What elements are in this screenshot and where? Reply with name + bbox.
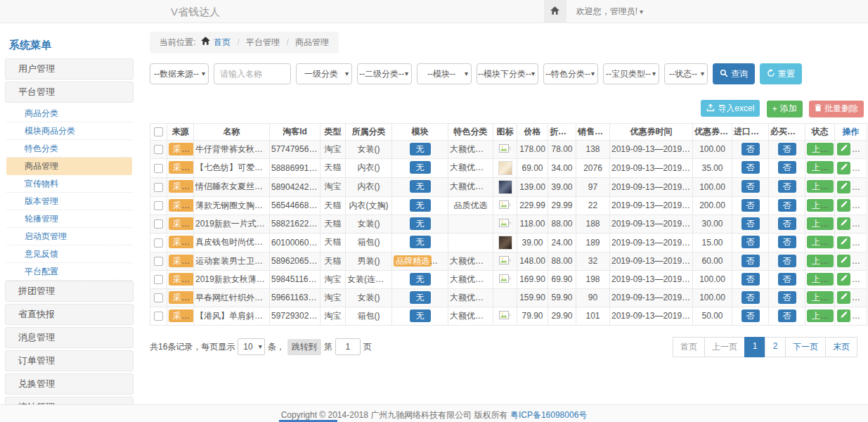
row-checkbox[interactable] <box>154 164 163 173</box>
sidebar-item-7[interactable]: 版本管理 <box>6 193 132 210</box>
pager-button-3[interactable]: 2 <box>765 337 786 357</box>
filter-select-5[interactable]: --模块下分类--▾ <box>477 63 538 84</box>
edit-button[interactable] <box>837 143 850 155</box>
pager-button-4[interactable]: 下一页 <box>785 337 826 357</box>
status-button[interactable]: 上架 <box>807 180 834 193</box>
pager-button-5[interactable]: 末页 <box>825 337 857 357</box>
import-excel-button[interactable]: 导入excel <box>701 100 760 117</box>
row-checkbox[interactable] <box>154 201 163 210</box>
edit-button[interactable] <box>837 255 850 267</box>
sidebar-item-12[interactable]: 拼团管理 <box>5 281 134 302</box>
filter-select-6[interactable]: --特色分类--▾ <box>543 63 598 84</box>
module-none-badge[interactable]: 无 <box>410 161 431 174</box>
jump-page-input[interactable] <box>335 338 361 355</box>
must-buy-toggle[interactable]: 否 <box>778 309 796 322</box>
import-pick-toggle[interactable]: 否 <box>741 291 760 304</box>
sidebar-item-13[interactable]: 省直快报 <box>5 304 134 325</box>
must-buy-toggle[interactable]: 否 <box>778 236 796 248</box>
edit-button[interactable] <box>837 162 850 174</box>
status-button[interactable]: 上架 <box>807 217 834 230</box>
filter-select-3[interactable]: --二级分类--▾ <box>357 63 412 84</box>
status-button[interactable]: 上架 <box>807 199 834 212</box>
module-none-badge[interactable]: 无 <box>410 309 431 322</box>
row-checkbox[interactable] <box>154 293 163 302</box>
row-checkbox[interactable] <box>154 275 163 284</box>
sidebar-item-9[interactable]: 启动页管理 <box>6 228 132 245</box>
filter-select-4[interactable]: --模块--▾ <box>417 63 472 84</box>
user-menu[interactable]: 欢迎您，管理员!▾ <box>576 6 643 18</box>
filter-select-8[interactable]: --状态--▾ <box>664 63 708 84</box>
import-pick-toggle[interactable]: 否 <box>741 180 760 193</box>
must-buy-toggle[interactable]: 否 <box>778 180 796 193</box>
module-none-badge[interactable]: 无 <box>410 143 431 155</box>
status-button[interactable]: 上架 <box>807 255 834 267</box>
sidebar-item-15[interactable]: 订单管理 <box>5 350 134 371</box>
edit-button[interactable] <box>837 309 850 322</box>
name-search-input[interactable] <box>214 63 291 84</box>
filter-select-2[interactable]: 一级分类▾ <box>296 63 352 84</box>
row-checkbox[interactable] <box>154 219 163 229</box>
module-none-badge[interactable]: 无 <box>410 199 431 212</box>
import-pick-toggle[interactable]: 否 <box>741 273 760 286</box>
module-none-badge[interactable]: 无 <box>410 273 431 286</box>
import-pick-toggle[interactable]: 否 <box>741 199 760 212</box>
sidebar-item-5[interactable]: 商品管理 <box>6 158 132 175</box>
must-buy-toggle[interactable]: 否 <box>778 273 796 286</box>
select-all-checkbox[interactable] <box>154 127 163 136</box>
home-button[interactable] <box>544 0 566 23</box>
must-buy-toggle[interactable]: 否 <box>778 161 796 174</box>
query-button[interactable]: 查询 <box>713 63 755 84</box>
edit-button[interactable] <box>837 236 850 249</box>
module-none-badge[interactable]: 无 <box>410 291 431 304</box>
status-button[interactable]: 上架 <box>807 236 834 248</box>
add-button[interactable]: +添加 <box>767 101 803 117</box>
sidebar-item-3[interactable]: 模块商品分类 <box>6 122 132 140</box>
edit-button[interactable] <box>837 199 850 212</box>
batch-delete-button[interactable]: 批量删除 <box>809 101 864 117</box>
row-checkbox[interactable] <box>154 145 163 154</box>
import-pick-toggle[interactable]: 否 <box>741 255 760 267</box>
sidebar-item-14[interactable]: 消息管理 <box>5 327 134 348</box>
edit-button[interactable] <box>837 273 850 286</box>
reset-button[interactable]: 重置 <box>760 63 802 84</box>
sidebar-item-11[interactable]: 平台配置 <box>6 263 132 281</box>
sidebar-item-10[interactable]: 意见反馈 <box>6 245 132 263</box>
breadcrumb-home-link[interactable]: 首页 <box>214 37 231 47</box>
row-checkbox[interactable] <box>154 183 163 192</box>
row-checkbox[interactable] <box>154 238 163 248</box>
import-pick-toggle[interactable]: 否 <box>741 143 760 155</box>
row-checkbox[interactable] <box>154 257 163 266</box>
must-buy-toggle[interactable]: 否 <box>778 255 796 267</box>
status-button[interactable]: 上架 <box>807 143 834 155</box>
pager-button-2[interactable]: 1 <box>744 337 765 357</box>
import-pick-toggle[interactable]: 否 <box>741 309 760 322</box>
sidebar-item-6[interactable]: 宣传物料 <box>6 175 132 193</box>
sidebar-item-4[interactable]: 特色分类 <box>6 140 132 158</box>
must-buy-toggle[interactable]: 否 <box>778 217 796 230</box>
per-page-select[interactable]: 10▾ <box>238 338 264 355</box>
import-pick-toggle[interactable]: 否 <box>741 217 760 230</box>
row-checkbox[interactable] <box>154 312 163 321</box>
must-buy-toggle[interactable]: 否 <box>778 199 796 212</box>
sidebar-item-2[interactable]: 商品分类 <box>6 105 132 122</box>
icp-link[interactable]: 粤ICP备16098006号 <box>510 409 587 421</box>
edit-button[interactable] <box>837 291 850 304</box>
filter-select-0[interactable]: --数据来源--▾ <box>150 63 209 84</box>
edit-button[interactable] <box>837 181 850 193</box>
import-pick-toggle[interactable]: 否 <box>741 236 760 248</box>
status-button[interactable]: 上架 <box>807 161 834 174</box>
module-none-badge[interactable]: 无 <box>410 180 431 193</box>
import-pick-toggle[interactable]: 否 <box>741 161 760 174</box>
status-button[interactable]: 上架 <box>807 291 834 304</box>
must-buy-toggle[interactable]: 否 <box>778 291 796 304</box>
filter-select-7[interactable]: --宝贝类型--▾ <box>603 63 659 84</box>
status-button[interactable]: 上架 <box>807 273 834 286</box>
must-buy-toggle[interactable]: 否 <box>778 143 796 155</box>
module-none-badge[interactable]: 无 <box>410 217 431 230</box>
module-none-badge[interactable]: 无 <box>410 236 431 248</box>
sidebar-item-0[interactable]: 用户管理 <box>5 58 134 79</box>
edit-button[interactable] <box>837 217 850 230</box>
sidebar-item-1[interactable]: 平台管理 <box>5 82 134 103</box>
sidebar-item-16[interactable]: 兑换管理 <box>5 373 134 395</box>
sidebar-item-8[interactable]: 轮播管理 <box>6 210 132 228</box>
